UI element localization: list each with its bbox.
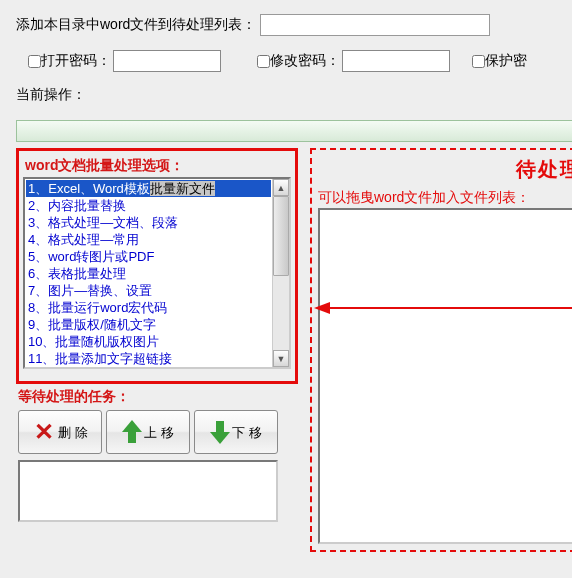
scrollbar[interactable]: ▲ ▼ (272, 179, 289, 367)
scroll-thumb[interactable] (273, 196, 289, 276)
move-down-button[interactable]: 下 移 (194, 410, 278, 454)
modify-pwd-checkbox[interactable] (257, 55, 270, 68)
section-header-bar (16, 120, 572, 142)
modify-pwd-label: 修改密码： (270, 52, 340, 70)
list-item[interactable]: 5、word转图片或PDF (26, 248, 271, 265)
dropzone-panel[interactable]: 待处理 可以拖曳word文件加入文件列表： (310, 148, 572, 552)
open-pwd-label: 打开密码： (41, 52, 111, 70)
dropzone-filelist[interactable] (318, 208, 572, 544)
list-item[interactable]: 6、表格批量处理 (26, 265, 271, 282)
arrow-up-icon (122, 418, 142, 446)
list-item[interactable]: 3、格式处理—文档、段落 (26, 214, 271, 231)
pending-tasks-label: 等待处理的任务： (18, 388, 298, 406)
list-item[interactable]: 4、格式处理—常用 (26, 231, 271, 248)
list-item[interactable]: 10、批量随机版权图片 (26, 333, 271, 350)
protect-pwd-label: 保护密 (485, 52, 527, 70)
add-dir-input[interactable] (260, 14, 490, 36)
options-panel: word文档批量处理选项： 1、Excel、Word模板批量新文件2、内容批量替… (16, 148, 298, 384)
list-item[interactable]: 11、批量添加文字超链接 (26, 350, 271, 367)
options-listbox[interactable]: 1、Excel、Word模板批量新文件2、内容批量替换3、格式处理—文档、段落4… (23, 177, 291, 369)
arrow-down-icon (210, 418, 230, 446)
scroll-down-button[interactable]: ▼ (273, 350, 289, 367)
move-up-button[interactable]: 上 移 (106, 410, 190, 454)
protect-pwd-checkbox[interactable] (472, 55, 485, 68)
delete-button[interactable]: ✕ 删 除 (18, 410, 102, 454)
modify-pwd-input[interactable] (342, 50, 450, 72)
move-up-button-label: 上 移 (144, 425, 174, 440)
delete-icon: ✕ (32, 420, 56, 444)
scroll-up-button[interactable]: ▲ (273, 179, 289, 196)
current-operation-label: 当前操作： (0, 82, 572, 108)
open-pwd-checkbox[interactable] (28, 55, 41, 68)
tasks-listbox[interactable] (18, 460, 278, 522)
options-title: word文档批量处理选项： (25, 157, 291, 175)
list-item[interactable]: 8、批量运行word宏代码 (26, 299, 271, 316)
list-item[interactable]: 2、内容批量替换 (26, 197, 271, 214)
delete-button-label: 删 除 (58, 425, 88, 440)
list-item[interactable]: 7、图片—替换、设置 (26, 282, 271, 299)
open-pwd-input[interactable] (113, 50, 221, 72)
move-down-button-label: 下 移 (232, 425, 262, 440)
dropzone-subtitle: 可以拖曳word文件加入文件列表： (312, 183, 572, 207)
add-dir-label: 添加本目录中word文件到待处理列表： (16, 16, 256, 34)
dropzone-title: 待处理 (312, 150, 572, 183)
list-item[interactable]: 9、批量版权/随机文字 (26, 316, 271, 333)
list-item[interactable]: 1、Excel、Word模板批量新文件 (26, 180, 271, 197)
